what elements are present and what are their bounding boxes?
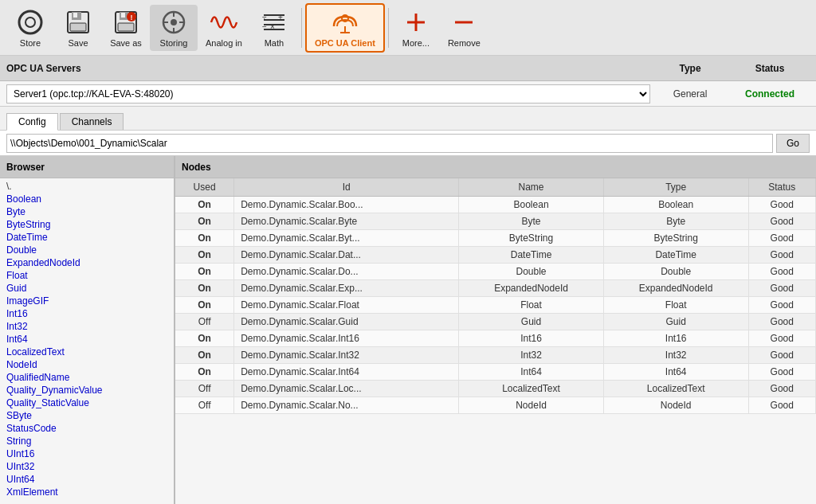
math-button[interactable]: ÷ × + − Math [250, 5, 298, 51]
path-input[interactable] [6, 134, 773, 153]
browser-item[interactable]: Guid [6, 282, 167, 295]
more-button[interactable]: More... [392, 5, 440, 51]
store-button[interactable]: Store [6, 5, 54, 51]
svg-rect-8 [121, 13, 125, 18]
save-as-button[interactable]: ! Save as [102, 5, 150, 51]
svg-text:÷: ÷ [262, 13, 267, 21]
cell-status: Good [748, 297, 816, 314]
cell-used: On [175, 264, 234, 280]
opc-ua-client-button[interactable]: OPC UA Client [305, 3, 385, 53]
svg-text:+: + [278, 13, 283, 21]
browser-item[interactable]: Quality_DynamicValue [6, 384, 167, 397]
cell-id: Demo.Dynamic.Scalar.Guid [234, 314, 459, 330]
toolbar: Store Save ! Save as [0, 0, 816, 56]
browser-item[interactable]: Boolean [6, 193, 167, 205]
cell-used: On [175, 280, 234, 297]
svg-rect-4 [73, 13, 77, 18]
tabs-row: Config Channels [0, 107, 816, 131]
cell-status: Good [748, 247, 816, 264]
table-row[interactable]: OnDemo.Dynamic.Scalar.Int16Int16Int16Goo… [175, 330, 816, 347]
table-row[interactable]: OnDemo.Dynamic.Scalar.Int64Int64Int64Goo… [175, 364, 816, 381]
opc-ua-client-label: OPC UA Client [315, 38, 375, 48]
analog-in-button[interactable]: Analog in [198, 5, 250, 51]
svg-point-0 [19, 11, 41, 33]
table-row[interactable]: OnDemo.Dynamic.Scalar.Dat...DateTimeDate… [175, 247, 816, 264]
cell-status: Good [748, 397, 816, 414]
browser-item[interactable]: QualifiedName [6, 371, 167, 384]
browser-item[interactable]: ExpandedNodeId [6, 256, 167, 269]
cell-status: Good [748, 381, 816, 397]
cell-used: On [175, 364, 234, 381]
servers-bar: OPC UA Servers Type Status [0, 56, 816, 81]
col-status: Status [748, 178, 816, 197]
browser-item[interactable]: Int16 [6, 307, 167, 320]
tab-channels[interactable]: Channels [60, 113, 124, 130]
browser-item[interactable]: DateTime [6, 231, 167, 244]
cell-name: Byte [459, 213, 604, 230]
table-row[interactable]: OnDemo.Dynamic.Scalar.Exp...ExpandedNode… [175, 280, 816, 297]
cell-id: Demo.Dynamic.Scalar.Byte [234, 213, 459, 230]
storing-button[interactable]: Storing [150, 5, 198, 51]
browser-item[interactable]: SByte [6, 409, 167, 422]
cell-name: ByteString [459, 230, 604, 247]
browser-item[interactable]: UInt32 [6, 460, 167, 473]
cell-name: Double [459, 264, 604, 280]
browser-item[interactable]: UInt16 [6, 447, 167, 460]
cell-type: Guid [603, 314, 748, 330]
cell-id: Demo.Dynamic.Scalar.No... [234, 397, 459, 414]
table-row[interactable]: OnDemo.Dynamic.Scalar.Int32Int32Int32Goo… [175, 347, 816, 364]
svg-text:!: ! [131, 14, 133, 21]
cell-name: LocalizedText [459, 381, 604, 397]
cell-type: DateTime [603, 247, 748, 264]
browser-item[interactable]: String [6, 435, 167, 447]
table-row[interactable]: OnDemo.Dynamic.Scalar.Boo...BooleanBoole… [175, 197, 816, 213]
cell-name: NodeId [459, 397, 604, 414]
browser-item[interactable]: ByteString [6, 218, 167, 231]
go-button[interactable]: Go [776, 134, 810, 153]
col-id: Id [234, 178, 459, 197]
browser-item[interactable]: Quality_StaticValue [6, 397, 167, 409]
main-area: Browser \.BooleanByteByteStringDateTimeD… [0, 156, 816, 504]
cell-type: Byte [603, 213, 748, 230]
svg-point-13 [171, 19, 177, 25]
browser-item[interactable]: Int32 [6, 320, 167, 333]
table-row[interactable]: OnDemo.Dynamic.Scalar.ByteByteByteGood [175, 213, 816, 230]
col-type: Type [603, 178, 748, 197]
browser-item[interactable]: Double [6, 244, 167, 256]
cell-name: Boolean [459, 197, 604, 213]
browser-item[interactable]: ImageGIF [6, 295, 167, 307]
servers-bar-type-col: Type [650, 63, 730, 74]
table-row[interactable]: OffDemo.Dynamic.Scalar.No...NodeIdNodeId… [175, 397, 816, 414]
browser-item[interactable]: Float [6, 269, 167, 282]
cell-id: Demo.Dynamic.Scalar.Int64 [234, 364, 459, 381]
table-row[interactable]: OnDemo.Dynamic.Scalar.FloatFloatFloatGoo… [175, 297, 816, 314]
cell-type: Boolean [603, 197, 748, 213]
remove-button[interactable]: Remove [440, 5, 488, 51]
cell-type: ExpandedNodeId [603, 280, 748, 297]
browser-item[interactable]: StatusCode [6, 422, 167, 435]
browser-item[interactable]: NodeId [6, 358, 167, 371]
svg-text:×: × [270, 22, 275, 31]
table-row[interactable]: OnDemo.Dynamic.Scalar.Byt...ByteStringBy… [175, 230, 816, 247]
cell-used: On [175, 197, 234, 213]
browser-list: \.BooleanByteByteStringDateTimeDoubleExp… [0, 178, 174, 504]
browser-item[interactable]: LocalizedText [6, 346, 167, 358]
save-button[interactable]: Save [54, 5, 102, 51]
cell-name: Int32 [459, 347, 604, 364]
cell-type: NodeId [603, 397, 748, 414]
col-name: Name [459, 178, 604, 197]
browser-item[interactable]: UInt64 [6, 473, 167, 486]
cell-name: DateTime [459, 247, 604, 264]
store-icon [16, 8, 45, 37]
table-row[interactable]: OnDemo.Dynamic.Scalar.Do...DoubleDoubleG… [175, 264, 816, 280]
server-select[interactable]: Server1 (opc.tcp://KAL-EVA-S:48020) [6, 84, 650, 104]
browser-item[interactable]: XmlElement [6, 486, 167, 498]
browser-item[interactable]: Byte [6, 205, 167, 218]
tab-config[interactable]: Config [6, 113, 58, 131]
table-row[interactable]: OffDemo.Dynamic.Scalar.Loc...LocalizedTe… [175, 381, 816, 397]
cell-id: Demo.Dynamic.Scalar.Int32 [234, 347, 459, 364]
table-row[interactable]: OffDemo.Dynamic.Scalar.GuidGuidGuidGood [175, 314, 816, 330]
cell-id: Demo.Dynamic.Scalar.Byt... [234, 230, 459, 247]
cell-id: Demo.Dynamic.Scalar.Boo... [234, 197, 459, 213]
browser-item[interactable]: Int64 [6, 333, 167, 346]
